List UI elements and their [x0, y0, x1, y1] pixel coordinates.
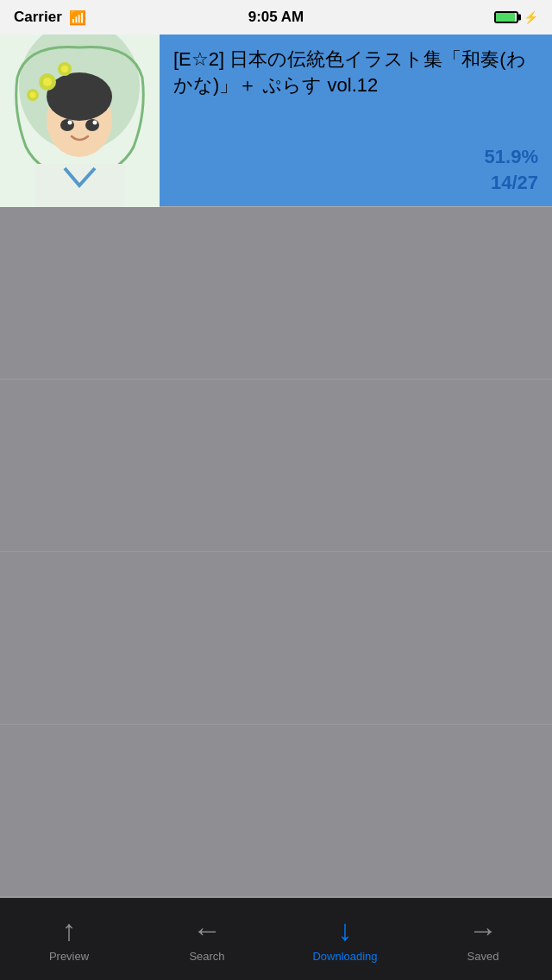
tab-saved[interactable]: Saved [414, 915, 552, 963]
item-thumbnail [0, 35, 160, 207]
svg-point-12 [61, 66, 68, 72]
item-percent: 51.9% [485, 146, 538, 168]
wifi-icon: 📶 [69, 9, 86, 26]
svg-point-3 [47, 72, 112, 121]
content-area: [E☆2] 日本の伝統色イラスト集「和奏(わかな)」＋ ぷらす vol.12 5… [0, 35, 552, 898]
tab-downloading[interactable]: Downloading [276, 915, 414, 963]
tab-search[interactable]: Search [138, 915, 276, 963]
svg-point-5 [60, 119, 74, 131]
empty-row-2 [0, 380, 552, 552]
preview-label: Preview [49, 950, 89, 963]
svg-point-7 [68, 121, 72, 125]
status-bar: Carrier 📶 9:05 AM ⚡ [0, 0, 552, 35]
saved-label: Saved [467, 950, 499, 963]
carrier-label: Carrier [14, 9, 62, 26]
svg-point-6 [85, 119, 99, 131]
preview-icon [62, 915, 77, 945]
empty-row-3 [0, 552, 552, 725]
search-label: Search [189, 950, 224, 963]
download-item[interactable]: [E☆2] 日本の伝統色イラスト集「和奏(わかな)」＋ ぷらす vol.12 5… [0, 35, 552, 207]
battery-icon [494, 11, 518, 23]
downloading-icon [338, 915, 353, 945]
svg-point-14 [30, 92, 36, 98]
status-right: ⚡ [494, 10, 538, 24]
downloading-label: Downloading [312, 950, 377, 963]
status-time: 9:05 AM [248, 9, 304, 26]
battery-fill [496, 13, 515, 22]
empty-row-1 [0, 207, 552, 380]
empty-row-4 [0, 725, 552, 897]
search-icon [192, 915, 222, 945]
tab-preview[interactable]: Preview [0, 915, 138, 963]
svg-point-10 [43, 78, 52, 86]
item-info: [E☆2] 日本の伝統色イラスト集「和奏(わかな)」＋ ぷらす vol.12 5… [160, 35, 552, 206]
svg-point-8 [93, 121, 97, 125]
status-left: Carrier 📶 [14, 9, 86, 26]
bolt-icon: ⚡ [524, 10, 538, 24]
saved-icon [468, 915, 498, 945]
tab-bar: Preview Search Downloading Saved [0, 898, 552, 980]
item-title: [E☆2] 日本の伝統色イラスト集「和奏(わかな)」＋ ぷらす vol.12 [173, 47, 538, 97]
item-stats: 51.9% 14/27 [173, 146, 538, 194]
thumbnail-image [0, 35, 160, 207]
item-count: 14/27 [491, 172, 538, 194]
